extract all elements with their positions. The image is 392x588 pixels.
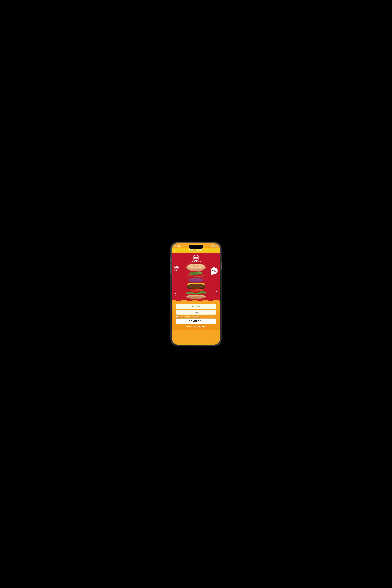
main-content: YOUR LOGO (172, 253, 220, 303)
svg-marker-7 (174, 265, 178, 268)
powered-label: Powered by: (186, 326, 192, 327)
status-icons (210, 245, 217, 247)
svg-marker-9 (177, 266, 179, 269)
svg-point-2 (196, 256, 196, 256)
terms-link[interactable]: terms and conditions (186, 316, 199, 317)
svg-marker-37 (211, 274, 213, 275)
discount-number: 30 (212, 270, 214, 272)
svg-point-0 (194, 255, 198, 258)
deco-swirl-icon (215, 289, 218, 294)
phone-device: 11:23 ‹ › FREE WIFI (171, 242, 221, 346)
discount-off: OFF (214, 271, 216, 272)
svg-point-23 (189, 279, 200, 282)
svg-point-20 (191, 272, 199, 275)
logo-text: YOUR LOGO (190, 261, 202, 263)
terms-checkbox[interactable] (176, 316, 178, 317)
deco-triangles-icon (174, 265, 181, 273)
deco-swirl-left-icon (174, 292, 177, 296)
wave-divider (172, 299, 220, 303)
first-name-input[interactable] (176, 304, 216, 309)
dynamic-island (189, 245, 203, 249)
forward-arrow[interactable]: › (176, 249, 176, 252)
connect-chevron: › (202, 320, 203, 322)
status-time: 11:23 (175, 245, 180, 247)
svg-point-3 (197, 256, 197, 256)
page-title: FREE WIFI (189, 249, 203, 252)
svg-point-30 (195, 289, 203, 291)
powered-by: Powered by: DATAVALET (186, 325, 206, 328)
phone-screen: 11:23 ‹ › FREE WIFI (172, 243, 220, 345)
datavalet-icon (193, 325, 196, 328)
datavalet-brand: DATAVALET (197, 326, 206, 327)
form-area: I accept the terms and conditions CONNEC… (172, 303, 220, 330)
logo-section: YOUR LOGO (190, 255, 202, 263)
burger-logo-icon (193, 255, 199, 261)
svg-point-27 (195, 286, 198, 287)
connect-button[interactable]: CONNECT › (176, 319, 216, 324)
svg-point-12 (188, 264, 204, 268)
connect-label: CONNECT (189, 320, 201, 322)
terms-row: I accept the terms and conditions (176, 316, 216, 317)
svg-marker-8 (174, 268, 177, 271)
svg-point-6 (194, 259, 198, 261)
svg-point-26 (191, 285, 194, 287)
email-input[interactable] (176, 310, 216, 315)
back-arrow[interactable]: ‹ (174, 249, 175, 252)
nav-arrows[interactable]: ‹ › (174, 249, 176, 252)
burger-image (181, 264, 211, 300)
svg-point-28 (199, 285, 201, 286)
svg-point-1 (195, 256, 196, 256)
battery-icon (214, 245, 217, 247)
camera-dot (201, 246, 202, 247)
burger-area: 30 % OFF (172, 264, 220, 300)
terms-prefix: I accept the (179, 316, 186, 317)
discount-badge: 30 % OFF (211, 267, 218, 274)
wifi-icon (210, 245, 213, 247)
svg-point-36 (187, 297, 205, 299)
